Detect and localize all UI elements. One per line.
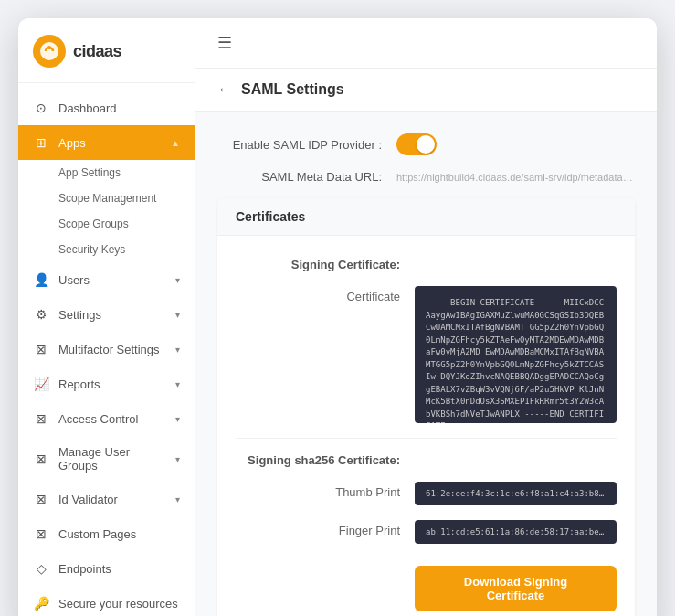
manage-groups-icon: ⊠: [33, 451, 49, 467]
sidebar-item-label: Id Validator: [58, 493, 118, 506]
sidebar-item-label: Settings: [58, 308, 101, 322]
download-spacer: [236, 558, 400, 562]
sidebar-subitem-scope-management[interactable]: Scope Management: [18, 186, 195, 211]
reports-icon: 📈: [33, 376, 49, 392]
download-signing-cert-button[interactable]: Download Signing Certificate: [415, 566, 617, 611]
page-header: ← SAML Settings: [195, 69, 657, 112]
main-content: ☰ ← SAML Settings Enable SAML IDP Provid…: [195, 18, 657, 616]
page-title: SAML Settings: [241, 81, 344, 98]
svg-point-2: [47, 46, 51, 49]
back-button[interactable]: ←: [217, 81, 232, 98]
sidebar-item-label: Manage User Groups: [58, 445, 166, 473]
sidebar-item-label: Users: [58, 273, 90, 287]
sidebar-item-manage-user-groups[interactable]: ⊠ Manage User Groups ▾: [18, 436, 195, 482]
top-bar: ☰: [195, 18, 657, 69]
cidaas-logo-icon: [33, 35, 66, 68]
certificates-section-header: Certificates: [217, 198, 635, 236]
id-validator-icon: ⊠: [33, 491, 49, 507]
signing-cert-title-row: Signing Certificate:: [236, 254, 617, 271]
sidebar-item-reports[interactable]: 📈 Reports ▾: [18, 366, 195, 401]
thumb-print-label: Thumb Print: [236, 482, 400, 499]
signing-cert-section-label: Signing Certificate:: [236, 254, 400, 271]
access-control-icon: ⊠: [33, 410, 49, 427]
apps-icon: ⊞: [33, 134, 49, 151]
sidebar-item-users[interactable]: 👤 Users ▾: [18, 262, 195, 297]
hamburger-icon[interactable]: ☰: [217, 33, 232, 53]
logo-text: cidaas: [73, 42, 121, 61]
content-area: Enable SAML IDP Provider : SAML Meta Dat…: [195, 112, 657, 616]
sidebar-item-access-control[interactable]: ⊠ Access Control ▾: [18, 401, 195, 436]
multifactor-icon: ⊠: [33, 341, 49, 357]
sidebar: cidaas ⊙ Dashboard ⊞ Apps ▲ App Settings…: [18, 18, 195, 616]
sidebar-item-label: Apps: [58, 136, 86, 150]
sidebar-item-label: Secure your resources: [58, 597, 178, 611]
svg-point-1: [40, 42, 58, 60]
chevron-down-icon: ▾: [175, 454, 180, 464]
sidebar-item-label: Custom Pages: [58, 527, 136, 541]
sidebar-item-label: Endpoints: [58, 562, 111, 576]
chevron-down-icon: ▾: [175, 494, 180, 504]
chevron-down-icon: ▾: [175, 414, 180, 424]
finger-print-value: ab:11:cd:e5:61:1a:86:de:58:17:aa:be:08:e…: [415, 520, 617, 544]
meta-url-label: SAML Meta Data URL:: [217, 170, 382, 184]
sidebar-subitem-scope-groups[interactable]: Scope Groups: [18, 211, 195, 237]
sidebar-item-dashboard[interactable]: ⊙ Dashboard: [18, 90, 195, 125]
sidebar-item-settings[interactable]: ⚙ Settings ▾: [18, 297, 195, 332]
logo-area: cidaas: [18, 18, 195, 83]
thumb-print-value: 61:2e:ee:f4:3c:1c:e6:f8:a1:c4:a3:b8:1e:0…: [415, 482, 617, 505]
meta-url-row: SAML Meta Data URL: https://nightbuild4.…: [217, 170, 635, 184]
sidebar-item-apps[interactable]: ⊞ Apps ▲: [18, 125, 195, 160]
custom-pages-icon: ⊠: [33, 526, 49, 542]
enable-saml-toggle[interactable]: [396, 133, 437, 155]
secure-resources-icon: 🔑: [33, 595, 49, 611]
certificate-field-row: Certificate -----BEGIN CERTIFICATE----- …: [236, 286, 617, 423]
sidebar-item-id-validator[interactable]: ⊠ Id Validator ▾: [18, 482, 195, 516]
enable-saml-row: Enable SAML IDP Provider :: [217, 133, 635, 155]
sidebar-item-secure-resources[interactable]: 🔑 Secure your resources: [18, 586, 195, 616]
sidebar-subitem-app-settings[interactable]: App Settings: [18, 160, 195, 186]
chevron-down-icon: ▾: [175, 345, 180, 355]
chevron-up-icon: ▲: [171, 138, 180, 148]
sidebar-subitem-security-keys[interactable]: Security Keys: [18, 237, 195, 262]
certificates-section-body: Signing Certificate: Certificate -----BE…: [217, 236, 635, 616]
sidebar-item-label: Dashboard: [58, 101, 117, 115]
meta-url-value: https://nightbuild4.cidaas.de/saml-srv/i…: [396, 172, 635, 183]
chevron-down-icon: ▾: [175, 275, 180, 285]
signing-sha-title-row: Signing sha256 Certificate:: [236, 450, 617, 467]
download-button-row: Download Signing Certificate: [236, 558, 617, 611]
dashboard-icon: ⊙: [33, 100, 49, 116]
signing-sha-label: Signing sha256 Certificate:: [236, 450, 400, 467]
thumb-print-row: Thumb Print 61:2e:ee:f4:3c:1c:e6:f8:a1:c…: [236, 482, 617, 505]
enable-saml-label: Enable SAML IDP Provider :: [217, 138, 382, 152]
divider: [236, 438, 617, 439]
certificates-card: Certificates Signing Certificate: Certif…: [217, 198, 635, 616]
sidebar-item-label: Multifactor Settings: [58, 343, 160, 356]
sidebar-item-label: Access Control: [58, 412, 138, 426]
sidebar-item-multifactor[interactable]: ⊠ Multifactor Settings ▾: [18, 332, 195, 366]
sidebar-navigation: ⊙ Dashboard ⊞ Apps ▲ App Settings Scope …: [18, 83, 195, 616]
app-window: cidaas ⊙ Dashboard ⊞ Apps ▲ App Settings…: [18, 18, 657, 616]
chevron-down-icon: ▾: [175, 379, 180, 389]
sidebar-item-label: Reports: [58, 377, 100, 391]
settings-icon: ⚙: [33, 306, 49, 323]
apps-submenu: App Settings Scope Management Scope Grou…: [18, 160, 195, 262]
sidebar-item-endpoints[interactable]: ◇ Endpoints: [18, 551, 195, 586]
finger-print-row: Finger Print ab:11:cd:e5:61:1a:86:de:58:…: [236, 520, 617, 544]
certificate-value: -----BEGIN CERTIFICATE----- MIICxDCCAayg…: [415, 286, 617, 423]
certificate-label: Certificate: [236, 286, 400, 303]
chevron-down-icon: ▾: [175, 310, 180, 320]
endpoints-icon: ◇: [33, 560, 49, 577]
users-icon: 👤: [33, 271, 49, 288]
finger-print-label: Finger Print: [236, 520, 400, 537]
sidebar-item-custom-pages[interactable]: ⊠ Custom Pages: [18, 516, 195, 551]
